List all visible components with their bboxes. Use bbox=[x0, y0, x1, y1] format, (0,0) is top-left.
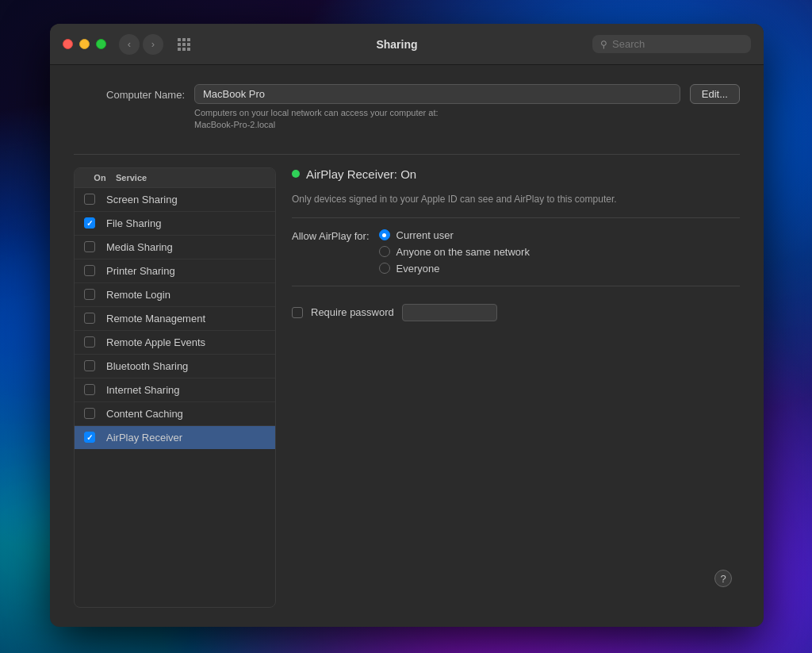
checkbox-remote-login[interactable] bbox=[84, 289, 95, 300]
back-button[interactable]: ‹ bbox=[119, 34, 140, 55]
maximize-button[interactable] bbox=[96, 39, 106, 49]
service-label-internet-sharing: Internet Sharing bbox=[106, 384, 180, 396]
search-icon: ⚲ bbox=[600, 39, 607, 50]
checkbox-content-caching[interactable] bbox=[84, 408, 95, 419]
service-label-bluetooth-sharing: Bluetooth Sharing bbox=[106, 360, 188, 372]
allow-airplay-section: Allow AirPlay for: Current userAnyone on… bbox=[292, 229, 740, 275]
panel-divider-2 bbox=[292, 286, 740, 286]
radio-label-anyone-same-network: Anyone on the same network bbox=[396, 246, 530, 258]
service-label-airplay-receiver: AirPlay Receiver bbox=[106, 432, 182, 444]
service-item-remote-management[interactable]: Remote Management bbox=[75, 307, 275, 331]
radio-option-anyone-same-network[interactable]: Anyone on the same network bbox=[379, 246, 530, 258]
computer-name-input[interactable] bbox=[194, 84, 680, 104]
checkbox-remote-management[interactable] bbox=[84, 313, 95, 324]
service-item-remote-apple-events[interactable]: Remote Apple Events bbox=[75, 331, 275, 355]
airplay-status: AirPlay Receiver: On bbox=[292, 167, 740, 181]
airplay-receiver-title: AirPlay Receiver: On bbox=[306, 167, 416, 181]
radio-option-everyone[interactable]: Everyone bbox=[379, 263, 530, 275]
radio-option-current-user[interactable]: Current user bbox=[379, 229, 530, 241]
forward-button[interactable]: › bbox=[143, 34, 163, 55]
content-area: Computer Name: Computers on your local n… bbox=[50, 65, 764, 627]
service-label-remote-management: Remote Management bbox=[106, 313, 205, 325]
checkbox-file-sharing[interactable] bbox=[84, 217, 95, 229]
checkbox-printer-sharing[interactable] bbox=[84, 265, 95, 276]
computer-name-subtitle: Computers on your local network can acce… bbox=[194, 107, 680, 132]
allow-airplay-row: Allow AirPlay for: Current userAnyone on… bbox=[292, 229, 740, 275]
checkbox-remote-apple-events[interactable] bbox=[84, 336, 95, 348]
service-label-screen-sharing: Screen Sharing bbox=[106, 194, 178, 206]
service-item-media-sharing[interactable]: Media Sharing bbox=[75, 236, 275, 259]
service-item-bluetooth-sharing[interactable]: Bluetooth Sharing bbox=[75, 355, 275, 378]
search-input[interactable] bbox=[612, 38, 743, 50]
service-label-file-sharing: File Sharing bbox=[106, 217, 161, 229]
radio-btn-everyone[interactable] bbox=[379, 263, 390, 274]
nav-buttons: ‹ › bbox=[119, 34, 163, 55]
panel-divider bbox=[292, 217, 740, 218]
airplay-description: Only devices signed in to your Apple ID … bbox=[292, 192, 740, 206]
radio-label-current-user: Current user bbox=[396, 229, 454, 241]
titlebar: ‹ › Sharing ⚲ bbox=[50, 24, 764, 65]
minimize-button[interactable] bbox=[79, 39, 90, 49]
service-item-printer-sharing[interactable]: Printer Sharing bbox=[75, 259, 275, 283]
service-item-file-sharing[interactable]: File Sharing bbox=[75, 212, 275, 236]
service-label-remote-apple-events: Remote Apple Events bbox=[106, 336, 205, 348]
section-divider bbox=[74, 154, 740, 155]
service-label-media-sharing: Media Sharing bbox=[106, 241, 173, 253]
checkbox-screen-sharing[interactable] bbox=[84, 194, 95, 205]
help-button[interactable]: ? bbox=[714, 570, 732, 587]
checkbox-media-sharing[interactable] bbox=[84, 241, 95, 252]
radio-btn-anyone-same-network[interactable] bbox=[379, 246, 390, 257]
service-items-container: Screen SharingFile SharingMedia SharingP… bbox=[75, 188, 275, 449]
service-label-printer-sharing: Printer Sharing bbox=[106, 265, 175, 277]
grid-icon bbox=[178, 38, 190, 51]
password-row: Require password bbox=[292, 304, 740, 321]
close-button[interactable] bbox=[63, 39, 73, 49]
radio-label-everyone: Everyone bbox=[396, 263, 440, 275]
computer-name-section: Computer Name: Computers on your local n… bbox=[74, 84, 740, 132]
search-bar[interactable]: ⚲ bbox=[592, 35, 751, 53]
col-on-header: On bbox=[84, 173, 116, 182]
service-item-screen-sharing[interactable]: Screen Sharing bbox=[75, 188, 275, 212]
computer-name-right: Computers on your local network can acce… bbox=[194, 84, 680, 132]
edit-button-container: Edit... bbox=[690, 84, 740, 104]
service-item-content-caching[interactable]: Content Caching bbox=[75, 402, 275, 426]
service-item-remote-login[interactable]: Remote Login bbox=[75, 283, 275, 307]
col-service-header: Service bbox=[116, 173, 147, 182]
computer-name-label: Computer Name: bbox=[74, 84, 185, 101]
password-input[interactable] bbox=[402, 304, 497, 321]
radio-options: Current userAnyone on the same networkEv… bbox=[379, 229, 530, 275]
allow-airplay-label: Allow AirPlay for: bbox=[292, 229, 370, 242]
service-item-internet-sharing[interactable]: Internet Sharing bbox=[75, 378, 275, 402]
service-item-airplay-receiver[interactable]: AirPlay Receiver bbox=[75, 426, 275, 449]
grid-button[interactable] bbox=[173, 33, 195, 56]
edit-button[interactable]: Edit... bbox=[690, 84, 740, 104]
traffic-lights bbox=[63, 39, 106, 49]
service-list: On Service Screen SharingFile SharingMed… bbox=[74, 167, 276, 608]
checkbox-airplay-receiver[interactable] bbox=[84, 432, 95, 443]
service-list-header: On Service bbox=[75, 168, 275, 188]
checkbox-internet-sharing[interactable] bbox=[84, 384, 95, 395]
require-password-label: Require password bbox=[311, 306, 394, 318]
service-label-content-caching: Content Caching bbox=[106, 408, 183, 420]
system-preferences-window: ‹ › Sharing ⚲ Computer Name: Computers o… bbox=[50, 24, 764, 627]
checkbox-bluetooth-sharing[interactable] bbox=[84, 360, 95, 371]
service-label-remote-login: Remote Login bbox=[106, 289, 170, 301]
main-panel: On Service Screen SharingFile SharingMed… bbox=[74, 167, 740, 608]
status-indicator bbox=[292, 170, 300, 178]
radio-btn-current-user[interactable] bbox=[379, 229, 390, 240]
require-password-checkbox[interactable] bbox=[292, 307, 303, 318]
right-panel: AirPlay Receiver: On Only devices signed… bbox=[292, 167, 740, 608]
window-title: Sharing bbox=[201, 38, 592, 51]
